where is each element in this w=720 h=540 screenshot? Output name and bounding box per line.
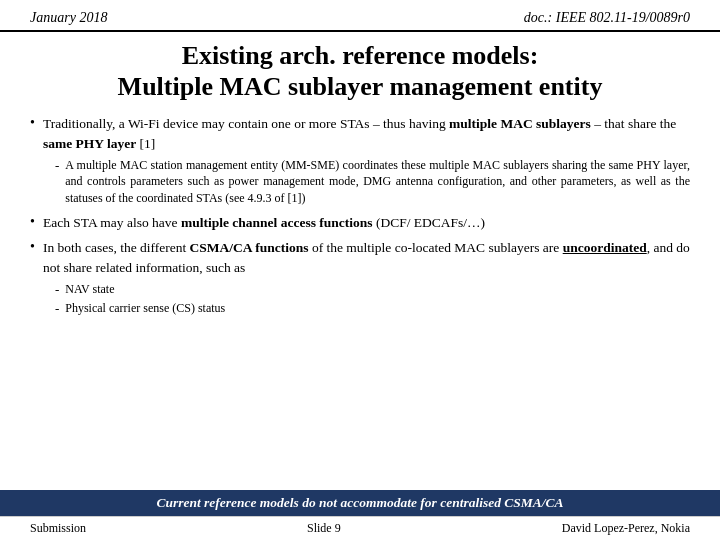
bullet-dot-3: • [30,239,35,255]
bottom-bar-text: Current reference models do not accommod… [156,495,563,510]
bullet-item-3: • In both cases, the different CSMA/CA f… [30,238,690,316]
sub-dash-3-2: - [55,301,59,317]
title-line2: Multiple MAC sublayer management entity [20,71,700,102]
sub-bullet-3-1: - NAV state [55,281,690,298]
sub-text-3-1: NAV state [65,281,114,298]
footer-right: David Lopez-Perez, Nokia [562,521,690,536]
slide-header: January 2018 doc.: IEEE 802.11-19/0089r0 [0,0,720,32]
content-area: • Traditionally, a Wi-Fi device may cont… [0,108,720,490]
slide-footer: Submission Slide 9 David Lopez-Perez, No… [0,516,720,540]
header-date: January 2018 [30,10,107,26]
sub-text-1-1: A multiple MAC station management entity… [65,157,690,207]
bullet-item-1: • Traditionally, a Wi-Fi device may cont… [30,114,690,207]
bullet-dot-1: • [30,115,35,131]
sub-bullets-1: - A multiple MAC station management enti… [55,157,690,207]
sub-dash-1-1: - [55,158,59,174]
sub-bullet-1-1: - A multiple MAC station management enti… [55,157,690,207]
bullet-text-3: In both cases, the different CSMA/CA fun… [43,240,690,275]
title-line1: Existing arch. reference models: [20,40,700,71]
sub-dash-3-1: - [55,282,59,298]
sub-bullet-3-2: - Physical carrier sense (CS) status [55,300,690,317]
footer-left: Submission [30,521,86,536]
sub-text-3-2: Physical carrier sense (CS) status [65,300,225,317]
bullet-text-1: Traditionally, a Wi-Fi device may contai… [43,116,676,151]
footer-center: Slide 9 [307,521,341,536]
bullet-dot-2: • [30,214,35,230]
title-area: Existing arch. reference models: Multipl… [0,32,720,108]
bullet-text-2: Each STA may also have multiple channel … [43,215,485,230]
bullet-item-2: • Each STA may also have multiple channe… [30,213,690,233]
header-doc: doc.: IEEE 802.11-19/0089r0 [524,10,690,26]
slide: January 2018 doc.: IEEE 802.11-19/0089r0… [0,0,720,540]
sub-bullets-3: - NAV state - Physical carrier sense (CS… [55,281,690,317]
bottom-bar: Current reference models do not accommod… [0,490,720,516]
